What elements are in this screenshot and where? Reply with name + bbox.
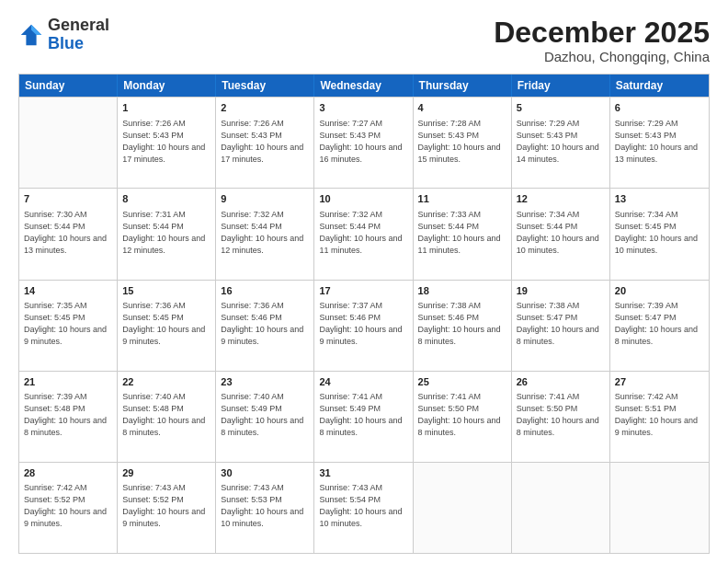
calendar-cell: 14Sunrise: 7:35 AMSunset: 5:45 PMDayligh… — [19, 281, 118, 371]
calendar-cell: 25Sunrise: 7:41 AMSunset: 5:50 PMDayligh… — [414, 372, 512, 462]
day-info: Sunrise: 7:30 AMSunset: 5:44 PMDaylight:… — [24, 209, 112, 257]
logo-icon — [18, 22, 44, 48]
day-info: Sunrise: 7:37 AMSunset: 5:46 PMDaylight:… — [319, 300, 407, 348]
day-info: Sunrise: 7:29 AMSunset: 5:43 PMDaylight:… — [615, 118, 704, 166]
day-info: Sunrise: 7:43 AMSunset: 5:54 PMDaylight:… — [319, 482, 407, 530]
day-info: Sunrise: 7:41 AMSunset: 5:49 PMDaylight:… — [319, 391, 407, 439]
day-info: Sunrise: 7:28 AMSunset: 5:43 PMDaylight:… — [418, 118, 506, 166]
day-number: 15 — [122, 284, 210, 298]
day-info: Sunrise: 7:42 AMSunset: 5:51 PMDaylight:… — [615, 391, 704, 439]
weekday-header: Thursday — [414, 75, 512, 97]
day-info: Sunrise: 7:31 AMSunset: 5:44 PMDaylight:… — [122, 209, 210, 257]
calendar-cell — [610, 463, 709, 553]
day-info: Sunrise: 7:42 AMSunset: 5:52 PMDaylight:… — [24, 482, 112, 530]
month-title: December 2025 — [494, 17, 710, 49]
day-info: Sunrise: 7:43 AMSunset: 5:53 PMDaylight:… — [221, 482, 309, 530]
header: General Blue December 2025 Dazhou, Chong… — [18, 17, 710, 64]
day-info: Sunrise: 7:40 AMSunset: 5:49 PMDaylight:… — [221, 391, 309, 439]
logo: General Blue — [18, 17, 109, 53]
day-number: 4 — [418, 101, 506, 115]
calendar-cell: 3Sunrise: 7:27 AMSunset: 5:43 PMDaylight… — [314, 98, 413, 188]
day-number: 26 — [517, 375, 605, 389]
calendar-header: SundayMondayTuesdayWednesdayThursdayFrid… — [19, 75, 709, 97]
day-number: 12 — [517, 192, 605, 206]
calendar-cell: 10Sunrise: 7:32 AMSunset: 5:44 PMDayligh… — [314, 189, 413, 279]
day-number: 2 — [221, 101, 309, 115]
calendar-row: 21Sunrise: 7:39 AMSunset: 5:48 PMDayligh… — [19, 371, 709, 462]
day-number: 19 — [517, 284, 605, 298]
day-info: Sunrise: 7:33 AMSunset: 5:44 PMDaylight:… — [418, 209, 506, 257]
day-number: 20 — [615, 284, 704, 298]
calendar-cell: 31Sunrise: 7:43 AMSunset: 5:54 PMDayligh… — [314, 463, 413, 553]
calendar-cell: 30Sunrise: 7:43 AMSunset: 5:53 PMDayligh… — [216, 463, 314, 553]
weekday-header: Tuesday — [216, 75, 314, 97]
calendar-cell: 16Sunrise: 7:36 AMSunset: 5:46 PMDayligh… — [216, 281, 314, 371]
logo-text: General Blue — [48, 17, 109, 53]
day-number: 6 — [615, 101, 704, 115]
day-number: 5 — [517, 101, 605, 115]
calendar-cell: 23Sunrise: 7:40 AMSunset: 5:49 PMDayligh… — [216, 372, 314, 462]
day-info: Sunrise: 7:36 AMSunset: 5:45 PMDaylight:… — [122, 300, 210, 348]
calendar: SundayMondayTuesdayWednesdayThursdayFrid… — [18, 74, 710, 554]
day-info: Sunrise: 7:36 AMSunset: 5:46 PMDaylight:… — [221, 300, 309, 348]
logo-general: General — [48, 16, 109, 34]
calendar-cell: 11Sunrise: 7:33 AMSunset: 5:44 PMDayligh… — [414, 189, 512, 279]
calendar-cell: 1Sunrise: 7:26 AMSunset: 5:43 PMDaylight… — [118, 98, 216, 188]
day-number: 1 — [122, 101, 210, 115]
day-info: Sunrise: 7:39 AMSunset: 5:48 PMDaylight:… — [24, 391, 112, 439]
day-info: Sunrise: 7:29 AMSunset: 5:43 PMDaylight:… — [517, 118, 605, 166]
day-info: Sunrise: 7:39 AMSunset: 5:47 PMDaylight:… — [615, 300, 704, 348]
day-info: Sunrise: 7:40 AMSunset: 5:48 PMDaylight:… — [122, 391, 210, 439]
day-info: Sunrise: 7:41 AMSunset: 5:50 PMDaylight:… — [517, 391, 605, 439]
calendar-cell: 22Sunrise: 7:40 AMSunset: 5:48 PMDayligh… — [118, 372, 216, 462]
title-block: December 2025 Dazhou, Chongqing, China — [494, 17, 710, 64]
day-info: Sunrise: 7:26 AMSunset: 5:43 PMDaylight:… — [122, 118, 210, 166]
day-info: Sunrise: 7:43 AMSunset: 5:52 PMDaylight:… — [122, 482, 210, 530]
calendar-row: 7Sunrise: 7:30 AMSunset: 5:44 PMDaylight… — [19, 188, 709, 279]
day-info: Sunrise: 7:38 AMSunset: 5:46 PMDaylight:… — [418, 300, 506, 348]
page: General Blue December 2025 Dazhou, Chong… — [0, 0, 728, 563]
day-number: 16 — [221, 284, 309, 298]
day-number: 22 — [122, 375, 210, 389]
calendar-cell: 15Sunrise: 7:36 AMSunset: 5:45 PMDayligh… — [118, 281, 216, 371]
day-number: 23 — [221, 375, 309, 389]
calendar-cell: 7Sunrise: 7:30 AMSunset: 5:44 PMDaylight… — [19, 189, 118, 279]
day-number: 3 — [319, 101, 407, 115]
day-number: 29 — [122, 466, 210, 480]
day-number: 30 — [221, 466, 309, 480]
calendar-cell: 18Sunrise: 7:38 AMSunset: 5:46 PMDayligh… — [414, 281, 512, 371]
weekday-header: Friday — [512, 75, 610, 97]
day-number: 8 — [122, 192, 210, 206]
calendar-row: 28Sunrise: 7:42 AMSunset: 5:52 PMDayligh… — [19, 462, 709, 553]
day-number: 7 — [24, 192, 112, 206]
day-info: Sunrise: 7:35 AMSunset: 5:45 PMDaylight:… — [24, 300, 112, 348]
calendar-cell: 6Sunrise: 7:29 AMSunset: 5:43 PMDaylight… — [610, 98, 709, 188]
weekday-header: Monday — [118, 75, 216, 97]
calendar-cell: 13Sunrise: 7:34 AMSunset: 5:45 PMDayligh… — [610, 189, 709, 279]
calendar-row: 14Sunrise: 7:35 AMSunset: 5:45 PMDayligh… — [19, 280, 709, 371]
calendar-cell: 27Sunrise: 7:42 AMSunset: 5:51 PMDayligh… — [610, 372, 709, 462]
day-number: 24 — [319, 375, 407, 389]
day-number: 31 — [319, 466, 407, 480]
weekday-header: Saturday — [610, 75, 709, 97]
day-info: Sunrise: 7:32 AMSunset: 5:44 PMDaylight:… — [221, 209, 309, 257]
calendar-cell: 9Sunrise: 7:32 AMSunset: 5:44 PMDaylight… — [216, 189, 314, 279]
day-number: 9 — [221, 192, 309, 206]
day-info: Sunrise: 7:34 AMSunset: 5:45 PMDaylight:… — [615, 209, 704, 257]
day-number: 25 — [418, 375, 506, 389]
calendar-cell — [512, 463, 610, 553]
calendar-cell: 28Sunrise: 7:42 AMSunset: 5:52 PMDayligh… — [19, 463, 118, 553]
day-number: 10 — [319, 192, 407, 206]
calendar-cell: 4Sunrise: 7:28 AMSunset: 5:43 PMDaylight… — [414, 98, 512, 188]
day-number: 17 — [319, 284, 407, 298]
calendar-cell: 26Sunrise: 7:41 AMSunset: 5:50 PMDayligh… — [512, 372, 610, 462]
calendar-cell: 12Sunrise: 7:34 AMSunset: 5:44 PMDayligh… — [512, 189, 610, 279]
day-number: 14 — [24, 284, 112, 298]
weekday-header: Sunday — [19, 75, 118, 97]
calendar-cell — [414, 463, 512, 553]
weekday-header: Wednesday — [314, 75, 413, 97]
calendar-cell: 19Sunrise: 7:38 AMSunset: 5:47 PMDayligh… — [512, 281, 610, 371]
calendar-cell: 24Sunrise: 7:41 AMSunset: 5:49 PMDayligh… — [314, 372, 413, 462]
day-number: 21 — [24, 375, 112, 389]
day-info: Sunrise: 7:26 AMSunset: 5:43 PMDaylight:… — [221, 118, 309, 166]
